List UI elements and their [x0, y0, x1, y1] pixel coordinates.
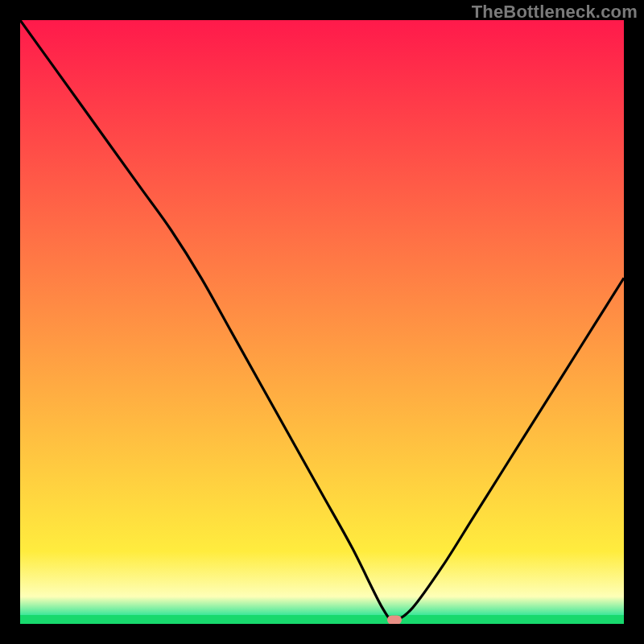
attribution-label: TheBottleneck.com [472, 2, 638, 23]
chart-frame: TheBottleneck.com [0, 0, 644, 644]
plot-area [20, 20, 624, 624]
bottleneck-curve [20, 20, 624, 624]
curve-path [20, 20, 624, 620]
optimal-marker [387, 616, 402, 625]
